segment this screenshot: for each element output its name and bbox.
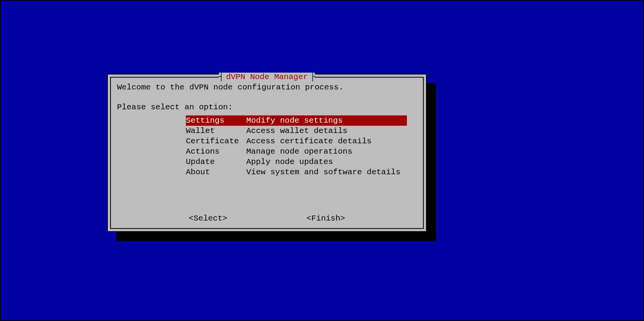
menu-key: Actions xyxy=(186,146,246,157)
welcome-text: Welcome to the dVPN node configuration p… xyxy=(117,83,417,92)
menu-key: Settings xyxy=(186,115,246,126)
menu-item-settings[interactable]: SettingsModify node settings xyxy=(186,115,407,126)
select-button[interactable]: <Select> xyxy=(189,214,228,223)
dialog-title-container: ┤ dVPN Node Manager ├ xyxy=(219,73,315,81)
buttons-row: <Select> <Finish> xyxy=(111,214,423,223)
dialog-box: ┤ dVPN Node Manager ├ Welcome to the dVP… xyxy=(107,74,427,232)
menu-desc: Access certificate details xyxy=(246,136,372,146)
dialog-wrapper: ┤ dVPN Node Manager ├ Welcome to the dVP… xyxy=(107,74,427,232)
menu-desc: Access wallet details xyxy=(246,126,348,136)
dialog-title: dVPN Node Manager xyxy=(224,73,310,81)
menu-item-about[interactable]: AboutView system and software details xyxy=(186,167,407,177)
dialog-inner-border: ┤ dVPN Node Manager ├ Welcome to the dVP… xyxy=(110,77,424,229)
menu-desc: Apply node updates xyxy=(246,157,333,167)
menu-key: Wallet xyxy=(186,126,246,136)
menu-key: About xyxy=(186,167,246,177)
menu-desc: Manage node operations xyxy=(246,146,352,157)
prompt-text: Please select an option: xyxy=(117,103,417,112)
finish-button[interactable]: <Finish> xyxy=(307,214,345,223)
menu-item-actions[interactable]: ActionsManage node operations xyxy=(186,146,407,157)
menu-desc: Modify node settings xyxy=(246,115,343,126)
title-bracket-right-icon: ├ xyxy=(310,73,315,81)
menu-key: Update xyxy=(186,157,246,167)
menu-list: SettingsModify node settings WalletAcces… xyxy=(186,115,417,177)
menu-key: Certificate xyxy=(186,136,246,146)
title-bracket-left-icon: ┤ xyxy=(219,73,224,81)
dialog-content: Welcome to the dVPN node configuration p… xyxy=(111,78,423,181)
menu-item-update[interactable]: UpdateApply node updates xyxy=(186,157,407,167)
spacer xyxy=(117,92,417,103)
menu-item-wallet[interactable]: WalletAccess wallet details xyxy=(186,126,407,136)
menu-desc: View system and software details xyxy=(246,167,400,177)
menu-item-certificate[interactable]: CertificateAccess certificate details xyxy=(186,136,407,146)
